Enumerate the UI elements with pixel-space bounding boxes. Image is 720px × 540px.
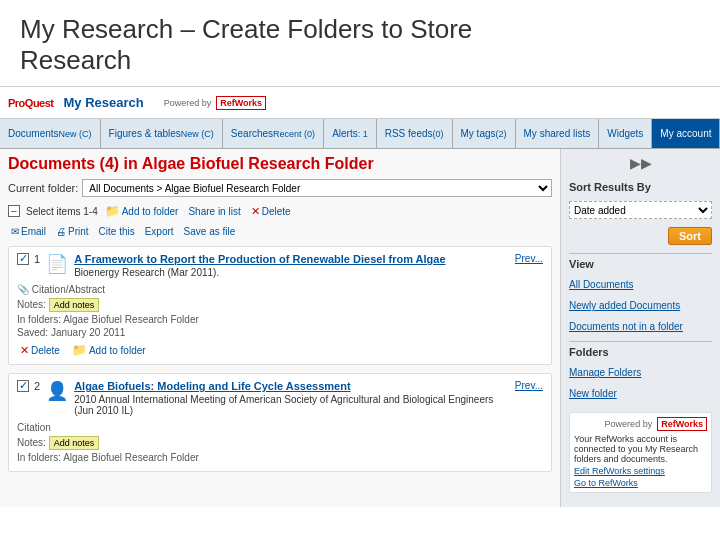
tab-alerts[interactable]: Alerts: 1	[324, 119, 377, 148]
doc-1-in-folders: In folders: Algae Biofuel Research Folde…	[17, 314, 543, 325]
doc-2-header: 2 👤 Algae Biofuels: Modeling and Life Cy…	[17, 380, 543, 419]
doc-1-saved: Saved: January 20 2011	[17, 327, 543, 338]
tab-searches[interactable]: SearchesRecent (0)	[223, 119, 324, 148]
export-btn[interactable]: Export	[142, 225, 177, 238]
doc-2-subtitle: 2010 Annual International Meeting of Ame…	[74, 394, 509, 416]
doc-2-in-folders: In folders: Algae Biofuel Research Folde…	[17, 452, 543, 463]
my-research-label: My Research	[64, 95, 144, 110]
sort-select[interactable]: Date added	[569, 201, 712, 219]
doc-2-folder-value: Algae Biofuel Research Folder	[63, 452, 199, 463]
document-item-1: 1 📄 A Framework to Report the Production…	[8, 246, 552, 365]
logo-quest: Quest	[25, 97, 54, 109]
right-panel: ▶▶ Sort Results By Date added Sort View …	[560, 149, 720, 507]
edit-refworks-link[interactable]: Edit RefWorks settings	[574, 466, 707, 476]
new-folder-link[interactable]: New folder	[569, 388, 712, 399]
doc-1-preview[interactable]: Prev...	[515, 253, 543, 264]
doc-1-header: 1 📄 A Framework to Report the Production…	[17, 253, 543, 281]
tab-figures[interactable]: Figures & tablesNew (C)	[101, 119, 223, 148]
delete-icon: ✕	[251, 205, 260, 218]
refworks-bottom-badge: RefWorks	[657, 417, 707, 431]
doc-1-checkbox[interactable]	[17, 253, 29, 265]
tab-rss[interactable]: RSS feeds(0)	[377, 119, 453, 148]
slide-title: My Research – Create Folders to Store Re…	[20, 14, 700, 76]
doc-1-subtitle: Bioenergy Research (Mar 2011).	[74, 267, 509, 278]
tab-my-account[interactable]: My account	[652, 119, 720, 148]
current-folder-label: Current folder:	[8, 182, 78, 194]
select-all-checkbox[interactable]	[8, 205, 20, 217]
slide-title-bold: My Research	[20, 14, 173, 44]
print-icon: 🖨	[56, 226, 66, 237]
refworks-bottom-panel: Powered by RefWorks Your RefWorks accoun…	[569, 412, 712, 493]
doc-2-details: Algae Biofuels: Modeling and Life Cycle …	[74, 380, 509, 419]
sort-button[interactable]: Sort	[668, 227, 712, 245]
folder-icon: 📁	[105, 204, 120, 218]
tab-widgets[interactable]: Widgets	[599, 119, 652, 148]
view-newly-added-link[interactable]: Newly added Documents	[569, 300, 712, 311]
email-icon: ✉	[11, 226, 19, 237]
tab-shared-lists[interactable]: My shared lists	[516, 119, 600, 148]
save-as-file-btn[interactable]: Save as file	[181, 225, 239, 238]
email-btn[interactable]: ✉ Email	[8, 225, 49, 238]
doc-1-add-notes-btn[interactable]: Add notes	[49, 298, 100, 312]
doc-2-number: 2	[17, 380, 40, 392]
doc-1-delete-btn[interactable]: ✕ Delete	[17, 342, 63, 358]
action-bar-1: Select items 1-4 📁 Add to folder Share i…	[8, 203, 552, 219]
view-all-docs-link[interactable]: All Documents	[569, 279, 712, 290]
doc-1-details: A Framework to Report the Production of …	[74, 253, 509, 281]
left-panel: Documents (4) in Algae Biofuel Research …	[0, 149, 560, 507]
add-to-folder-btn[interactable]: 📁 Add to folder	[102, 203, 182, 219]
folder-select[interactable]: All Documents > Algae Biofuel Research F…	[82, 179, 552, 197]
refworks-desc: Your RefWorks account is connected to yo…	[574, 434, 707, 464]
delete-btn[interactable]: ✕ Delete	[248, 204, 294, 219]
refworks-powered-label: Powered by	[605, 419, 653, 429]
nav-tabs: DocumentsNew (C) Figures & tablesNew (C)…	[0, 119, 720, 149]
doc-1-folder-icon: 📁	[72, 343, 87, 357]
doc-2-title[interactable]: Algae Biofuels: Modeling and Life Cycle …	[74, 380, 509, 392]
select-label: Select items 1-4	[26, 206, 98, 217]
print-btn[interactable]: 🖨 Print	[53, 225, 92, 238]
doc-2-icon: 👤	[46, 380, 68, 402]
logo-pro: Pro	[8, 97, 25, 109]
breadcrumb-row: Current folder: All Documents > Algae Bi…	[8, 179, 552, 197]
doc-1-citation: 📎 Citation/Abstract	[17, 284, 543, 295]
share-in-list-btn[interactable]: Share in list	[185, 205, 243, 218]
main-content: Documents (4) in Algae Biofuel Research …	[0, 149, 720, 507]
doc-1-delete-icon: ✕	[20, 344, 29, 357]
doc-2-preview[interactable]: Prev...	[515, 380, 543, 391]
doc-1-saved-value: January 20 2011	[51, 327, 126, 338]
view-not-in-folder-link[interactable]: Documents not in a folder	[569, 321, 712, 332]
doc-1-add-folder-btn[interactable]: 📁 Add to folder	[69, 342, 149, 358]
doc-2-add-notes-btn[interactable]: Add notes	[49, 436, 100, 450]
folder-title: Documents (4) in Algae Biofuel Research …	[8, 155, 552, 173]
slide-title-rest: – Create Folders to Store	[173, 14, 472, 44]
document-item-2: 2 👤 Algae Biofuels: Modeling and Life Cy…	[8, 373, 552, 472]
goto-refworks-link[interactable]: Go to RefWorks	[574, 478, 707, 488]
folders-section-title: Folders	[569, 341, 712, 358]
cite-this-btn[interactable]: Cite this	[96, 225, 138, 238]
sort-label: Sort Results By	[569, 181, 712, 193]
doc-1-folder-value: Algae Biofuel Research Folder	[63, 314, 199, 325]
expand-arrow[interactable]: ▶▶	[569, 155, 712, 171]
manage-folders-link[interactable]: Manage Folders	[569, 367, 712, 378]
view-section-title: View	[569, 253, 712, 270]
doc-1-notes: Notes: Add notes	[17, 298, 543, 312]
doc-2-notes: Notes: Add notes	[17, 436, 543, 450]
action-bar-2: ✉ Email 🖨 Print Cite this Export Save as…	[8, 225, 552, 238]
top-bar: ProQuest My Research Powered by RefWorks	[0, 87, 720, 119]
doc-1-icon: 📄	[46, 253, 68, 275]
refworks-logo: RefWorks	[216, 96, 266, 110]
proquest-logo: ProQuest	[8, 97, 54, 109]
doc-1-number: 1	[17, 253, 40, 265]
doc-2-citation: Citation	[17, 422, 543, 433]
slide-header: My Research – Create Folders to Store Re…	[0, 0, 720, 87]
doc-1-actions: ✕ Delete 📁 Add to folder	[17, 342, 543, 358]
tab-documents[interactable]: DocumentsNew (C)	[0, 119, 101, 148]
doc-2-checkbox[interactable]	[17, 380, 29, 392]
doc-1-title[interactable]: A Framework to Report the Production of …	[74, 253, 509, 265]
slide-title-line2: Research	[20, 45, 131, 75]
tab-tags[interactable]: My tags(2)	[453, 119, 516, 148]
powered-by-label: Powered by	[164, 98, 212, 108]
app-container: ProQuest My Research Powered by RefWorks…	[0, 87, 720, 507]
